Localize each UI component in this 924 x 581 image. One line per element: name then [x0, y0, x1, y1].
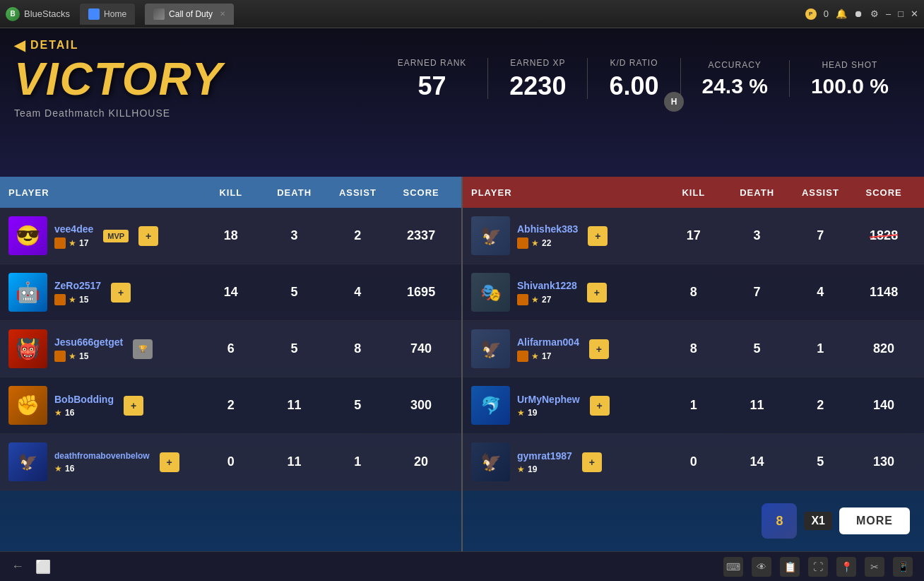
expand-icon[interactable]: ⛶ [808, 557, 828, 577]
rank-badge-icon [517, 237, 528, 249]
phone-icon[interactable]: 📱 [893, 557, 913, 577]
avatar: 🤖 [8, 273, 47, 312]
rank-number: 19 [528, 464, 537, 474]
player-rank-info: ★ 27 [517, 294, 577, 305]
stat-death: 11 [263, 398, 326, 413]
player-rank-info: ★ 19 [517, 464, 572, 474]
table-row: 🦅 deathfromabovenbelow ★ 16 + [0, 434, 461, 491]
avatar: 🎭 [471, 273, 510, 312]
player-rank-info: ★ 16 [54, 408, 114, 418]
settings-icon[interactable]: ⚙ [870, 8, 879, 19]
rank-badge-icon [54, 237, 66, 249]
add-friend-button[interactable]: 🏆 [133, 339, 153, 359]
home-button[interactable]: ⬜ [35, 559, 51, 575]
stat-death: 14 [725, 454, 789, 469]
stat-score: 1148 [852, 285, 916, 300]
tab-home[interactable]: Home [80, 4, 135, 25]
player-info: ✊ BobBodding ★ 16 + [8, 386, 199, 425]
rank-badge-icon [54, 351, 66, 362]
stat-death: 11 [263, 454, 326, 469]
rank-number: 17 [542, 351, 551, 361]
rank-number: 15 [79, 351, 88, 361]
avatar: 🐬 [471, 386, 510, 425]
stat-score: 140 [852, 398, 916, 413]
player-details: Abhishek383 ★ 22 [517, 223, 578, 249]
eye-icon[interactable]: 👁 [752, 557, 771, 577]
minimize-btn[interactable]: – [886, 8, 891, 19]
player-name: Abhishek383 [517, 223, 578, 235]
back-button[interactable]: ← [11, 559, 24, 574]
table-row: 🦅 Abhishek383 ★ 22 + [463, 208, 924, 264]
stat-assist: 7 [789, 228, 853, 243]
add-friend-button[interactable]: + [124, 396, 143, 416]
red-col-kill: KILL [662, 187, 725, 198]
rank-badge-icon [54, 294, 66, 305]
coin-icon: P [805, 8, 817, 20]
keyboard-icon[interactable]: ⌨ [723, 557, 743, 577]
tab-cod-label: Call of Duty [169, 9, 213, 19]
rank-badge-icon [517, 294, 528, 305]
more-button[interactable]: MORE [839, 507, 910, 534]
stat-score: 1828 [852, 228, 916, 243]
stat-headshot-label: Head Shot [822, 60, 877, 70]
add-friend-button[interactable]: + [589, 339, 609, 359]
multiplier-badge: 8 [762, 503, 797, 539]
player-rank-info: ★ 22 [517, 237, 578, 249]
rank-number: 15 [79, 295, 88, 305]
star-icon: ★ [69, 238, 76, 248]
maximize-btn[interactable]: □ [898, 8, 904, 19]
brand-label: BlueStacks [24, 8, 70, 19]
score-crossed: 1828 [870, 228, 898, 242]
player-details: Jesu666getget ★ 15 [54, 336, 123, 362]
close-btn[interactable]: ✕ [911, 8, 918, 19]
stat-kill: 8 [662, 285, 725, 300]
avatar: 🦅 [471, 216, 510, 255]
player-info: 🤖 ZeRo2517 ★ 15 + [8, 273, 199, 312]
red-col-assist: ASSIST [789, 187, 853, 198]
player-name: UrMyNephew [517, 394, 580, 405]
taskbar-right: ⌨ 👁 📋 ⛶ 📍 ✂ 📱 [723, 557, 913, 577]
team-red-table: PLAYER KILL DEATH ASSIST SCORE 🦅 [463, 177, 924, 551]
star-icon: ★ [531, 238, 539, 248]
match-type-label: Team Deathmatch KILLHOUSE [14, 107, 223, 119]
stat-kill: 6 [199, 341, 263, 356]
notification-icon[interactable]: 🔔 [836, 8, 847, 19]
add-friend-button[interactable]: + [111, 283, 131, 303]
player-details: deathfromabovenbelow ★ 16 [54, 451, 150, 474]
stat-earned-rank-value: 57 [417, 74, 446, 99]
stat-kill: 2 [199, 398, 263, 413]
player-details: BobBodding ★ 16 [54, 394, 114, 418]
stat-score: 820 [852, 341, 916, 356]
mvp-badge: MVP [103, 230, 129, 242]
h-badge: H [664, 92, 684, 112]
avatar: 👹 [8, 329, 47, 368]
player-details: gymrat1987 ★ 19 [517, 450, 572, 474]
add-friend-button[interactable]: + [588, 226, 608, 246]
record-icon[interactable]: ⏺ [854, 8, 863, 19]
stat-death: 3 [263, 228, 326, 243]
add-friend-button[interactable]: + [160, 452, 179, 472]
detail-nav[interactable]: ◀ DETAIL [14, 37, 223, 54]
stat-accuracy: Accuracy 24.3 % [681, 60, 790, 97]
back-arrow-icon[interactable]: ◀ [14, 37, 25, 54]
add-friend-button[interactable]: + [590, 396, 610, 416]
player-name: vee4dee [54, 223, 93, 235]
table-row: 🐬 UrMyNephew ★ 19 + 1 [463, 377, 924, 434]
add-friend-button[interactable]: + [138, 226, 158, 246]
red-col-player: PLAYER [471, 187, 662, 198]
player-name: gymrat1987 [517, 450, 572, 462]
add-friend-button[interactable]: + [587, 283, 607, 303]
scissors-icon[interactable]: ✂ [865, 557, 884, 577]
tab-close-icon[interactable]: ✕ [220, 10, 225, 18]
tab-cod[interactable]: Call of Duty ✕ [145, 4, 234, 25]
location-icon[interactable]: 📍 [836, 557, 856, 577]
x1-label: X1 [804, 512, 832, 530]
add-friend-button[interactable]: + [582, 452, 602, 472]
title-bar-left: B BlueStacks Home Call of Duty ✕ [6, 4, 234, 25]
table-row: 🤖 ZeRo2517 ★ 15 + [0, 264, 461, 321]
stat-assist: 1 [326, 454, 390, 469]
copy-icon[interactable]: 📋 [780, 557, 800, 577]
rank-number: 16 [65, 408, 74, 418]
blue-table-body: 😎 vee4dee ★ 17 MVP + [0, 208, 461, 551]
detail-label: DETAIL [30, 39, 79, 52]
